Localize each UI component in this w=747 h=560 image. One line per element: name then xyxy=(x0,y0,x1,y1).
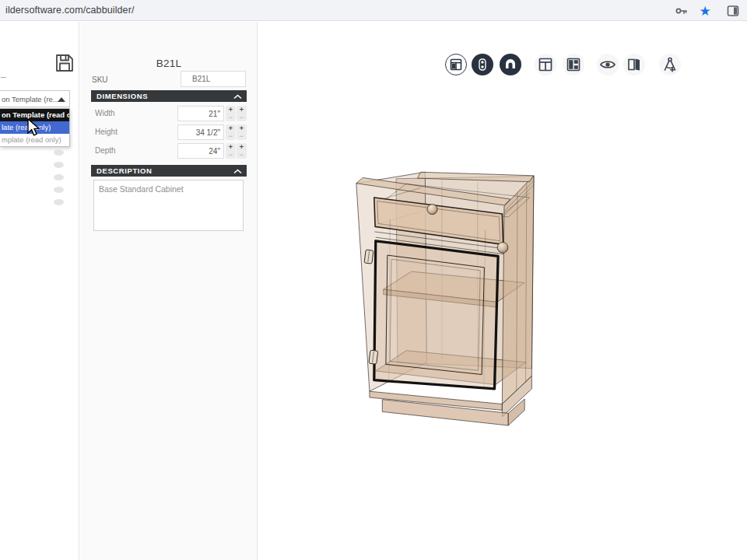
save-button[interactable] xyxy=(54,53,75,73)
height-stepper-small[interactable]: +− xyxy=(226,124,236,140)
properties-panel: B21L SKU DIMENSIONS Width +− +− Height +… xyxy=(80,22,258,560)
dropdown-item-3[interactable]: mplate (read only) xyxy=(0,134,69,146)
truncated-label: – xyxy=(1,72,6,82)
url-bar[interactable]: ildersoftware.com/cabbuilder/ xyxy=(5,5,134,16)
viewer-canvas[interactable] xyxy=(258,22,747,560)
template-select-value: on Template (re... xyxy=(2,95,59,103)
chevron-up-icon xyxy=(58,97,65,102)
description-header-label: DESCRIPTION xyxy=(96,166,153,175)
visibility-dot-column xyxy=(54,149,64,205)
width-label: Width xyxy=(95,109,115,117)
template-sidebar: – on Template (re... on Template (read o… xyxy=(0,22,79,560)
depth-stepper-large[interactable]: +− xyxy=(237,143,247,159)
dropdown-item-1[interactable]: on Template (read on... xyxy=(0,109,69,121)
visibility-icon[interactable] xyxy=(54,149,64,156)
visibility-icon[interactable] xyxy=(54,187,64,193)
dimensions-section-header[interactable]: DIMENSIONS xyxy=(91,90,247,102)
description-textarea[interactable]: Base Standard Cabinet xyxy=(93,180,244,231)
browser-topbar: ildersoftware.com/cabbuilder/ ★ xyxy=(0,0,747,21)
sku-label: SKU xyxy=(92,75,108,84)
cabbuilder-app: ildersoftware.com/cabbuilder/ ★ – on Tem… xyxy=(0,0,747,560)
width-stepper-small[interactable]: +− xyxy=(226,106,236,121)
sku-input[interactable] xyxy=(181,71,246,87)
depth-stepper-small[interactable]: +− xyxy=(226,143,236,159)
width-stepper-large[interactable]: +− xyxy=(237,106,247,121)
chevron-up-icon xyxy=(233,169,242,174)
height-label: Height xyxy=(95,128,117,136)
visibility-icon[interactable] xyxy=(54,199,64,205)
dimensions-header-label: DIMENSIONS xyxy=(96,92,148,100)
description-section-header[interactable]: DESCRIPTION xyxy=(91,165,247,177)
depth-label: Depth xyxy=(95,146,116,155)
height-stepper-large[interactable]: +− xyxy=(237,124,247,140)
height-input[interactable] xyxy=(177,124,224,140)
depth-input[interactable] xyxy=(177,143,224,159)
side-panel-icon[interactable] xyxy=(725,3,741,19)
template-dropdown-list: on Template (read on... late (read only)… xyxy=(0,108,70,147)
visibility-icon[interactable] xyxy=(54,174,64,180)
page-title: B21L xyxy=(80,58,258,69)
dropdown-item-2[interactable]: late (read only) xyxy=(0,121,69,134)
width-input[interactable] xyxy=(177,106,224,121)
visibility-icon[interactable] xyxy=(54,162,64,168)
key-icon[interactable] xyxy=(674,3,689,19)
template-select[interactable]: on Template (re... xyxy=(0,90,70,107)
cabinet-3d-model[interactable] xyxy=(258,22,747,560)
chevron-up-icon xyxy=(233,94,242,100)
bookmark-star-icon[interactable]: ★ xyxy=(697,3,713,19)
